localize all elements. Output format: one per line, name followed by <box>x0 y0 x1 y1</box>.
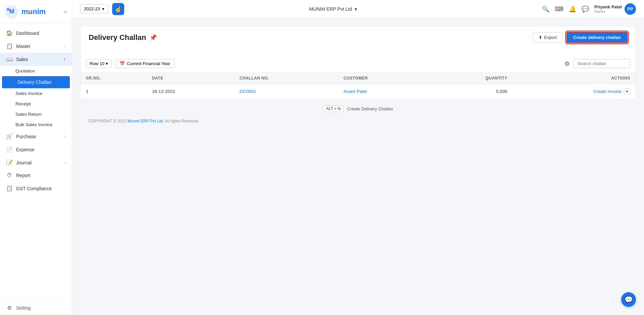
pin-icon[interactable]: 📌 <box>149 34 157 41</box>
topbar-left: 2022-23 ▾ ☝ <box>80 3 124 15</box>
sidebar-item-label: Delivery Challan <box>17 80 52 85</box>
svg-point-3 <box>7 9 9 10</box>
customer-link[interactable]: Anant Patel <box>343 89 367 94</box>
search-input[interactable] <box>573 59 630 68</box>
sidebar-logo: M munim ‹‹ <box>0 0 72 24</box>
table-row: 1 16-12-2022 DC0001 Anant Patel 5,000 Cr… <box>81 84 636 99</box>
user-info[interactable]: Priyank Patel Owner PP <box>594 3 636 15</box>
cell-challan-no: DC0001 <box>234 84 338 99</box>
chevron-right-icon: › <box>64 44 66 48</box>
col-challan-no: CHALLAN NO. <box>234 72 338 84</box>
export-button[interactable]: ⬆ Export <box>533 32 563 43</box>
sidebar-item-bulk-sales-invoice[interactable]: Bulk Sales Invoice <box>0 119 72 130</box>
sidebar-item-label: Dashboard <box>16 31 39 36</box>
sidebar-item-purchase[interactable]: 🛒 Purchase › <box>0 130 72 143</box>
challan-no-link[interactable]: DC0001 <box>239 89 256 94</box>
sidebar-item-label: Sales <box>16 57 28 62</box>
cell-quantity: 5,000 <box>428 84 513 99</box>
master-icon: 📋 <box>6 43 13 49</box>
sidebar-item-master[interactable]: 📋 Master › <box>0 40 72 53</box>
year-label: 2022-23 <box>84 6 100 11</box>
chevron-right-icon: › <box>64 135 66 139</box>
create-delivery-challan-button[interactable]: Create delivery challan <box>566 32 628 43</box>
toolbar-left: Row 10 ▾ 📅 Current Financial Year <box>86 59 175 68</box>
company-chevron-icon: ▾ <box>355 6 357 12</box>
page-header: Delivery Challan 📌 ⬆ Export Create deliv… <box>81 27 636 48</box>
col-sr-no: SR.NO. <box>81 72 147 84</box>
col-quantity: QUANTITY <box>428 72 513 84</box>
create-invoice-link[interactable]: Create Invoice <box>593 89 622 94</box>
row-selector[interactable]: Row 10 ▾ <box>86 59 112 68</box>
svg-text:M: M <box>9 8 14 15</box>
data-table: SR.NO. DATE CHALLAN NO. CUSTOMER QUANTIT… <box>81 72 636 99</box>
sidebar-item-sales-return[interactable]: Sales Return <box>0 109 72 119</box>
user-name: Priyank Patel <box>594 4 622 9</box>
row-label: Row 10 <box>90 61 104 66</box>
content-area: Delivery Challan 📌 ⬆ Export Create deliv… <box>72 18 644 315</box>
sidebar-item-dashboard[interactable]: 🏠 Dashboard <box>0 27 72 40</box>
collapse-sidebar-button[interactable]: ‹‹ <box>63 9 67 15</box>
sidebar-item-label: Journal <box>16 160 32 165</box>
chevron-right-icon: › <box>64 161 66 165</box>
date-filter-label: Current Financial Year <box>127 61 170 66</box>
logo-area: M munim <box>5 5 46 19</box>
sidebar-item-label: GST Compliance <box>16 186 52 191</box>
chevron-down-icon: ∨ <box>63 57 66 61</box>
topbar-right: 🔍 ⌨ 🔔 💬 Priyank Patel Owner PP <box>542 3 636 15</box>
journal-icon: 📝 <box>6 159 13 166</box>
sidebar-item-sales-invoice[interactable]: Sales Invoice <box>0 88 72 99</box>
cell-actions: Create Invoice ▾ <box>513 84 636 99</box>
report-icon: ⏱ <box>6 172 13 178</box>
sidebar-item-delivery-challan[interactable]: Delivery Challan <box>2 76 70 88</box>
keyboard-shortcut-hint: ALT + N Create Delivery Challan <box>80 99 636 115</box>
avatar: PP <box>625 3 636 15</box>
topbar-center: MUNIM ERP Pvt Ltd ▾ <box>309 6 357 12</box>
sidebar-item-quotation[interactable]: Quotation <box>0 66 72 76</box>
table-settings-icon[interactable]: ⚙ <box>564 60 570 67</box>
company-name: MUNIM ERP Pvt Ltd <box>309 6 352 12</box>
sidebar-item-label: Sales Invoice <box>15 91 42 96</box>
sidebar: M munim ‹‹ 🏠 Dashboard 📋 Master › 📖 S <box>0 0 72 315</box>
row-chevron-icon: ▾ <box>106 61 108 66</box>
year-selector[interactable]: 2022-23 ▾ <box>80 4 108 13</box>
page-title-area: Delivery Challan 📌 <box>89 33 157 42</box>
sidebar-item-gst-compliance[interactable]: 📋 GST Compliance <box>0 182 72 195</box>
touch-mode-button[interactable]: ☝ <box>112 3 124 15</box>
sidebar-item-label: Receipt <box>15 101 31 106</box>
col-actions: ACTIONS <box>513 72 636 84</box>
shortcut-label: Create Delivery Challan <box>347 106 393 111</box>
sidebar-nav: 🏠 Dashboard 📋 Master › 📖 Sales ∨ Quotati… <box>0 24 72 300</box>
expense-icon: 📄 <box>6 146 13 153</box>
sidebar-item-label: Purchase <box>16 134 36 139</box>
calendar-icon: 📅 <box>120 61 125 66</box>
sidebar-item-setting[interactable]: ⚙ Setting <box>0 300 72 315</box>
chat-icon[interactable]: 💬 <box>582 5 589 13</box>
search-icon[interactable]: 🔍 <box>542 5 549 13</box>
sidebar-item-label: Bulk Sales Invoice <box>15 122 52 127</box>
action-chevron-icon[interactable]: ▾ <box>624 88 630 95</box>
sidebar-item-label: Report <box>16 173 30 178</box>
gst-icon: 📋 <box>6 185 13 192</box>
cell-date: 16-12-2022 <box>147 84 234 99</box>
sidebar-item-receipt[interactable]: Receipt <box>0 99 72 109</box>
sidebar-item-label: Quotation <box>15 68 35 73</box>
dashboard-icon: 🏠 <box>6 30 13 36</box>
cell-sr: 1 <box>81 84 147 99</box>
sales-icon: 📖 <box>6 56 13 62</box>
page-title: Delivery Challan <box>89 33 146 42</box>
sidebar-item-expense[interactable]: 📄 Expense <box>0 143 72 156</box>
year-chevron-icon: ▾ <box>102 6 104 11</box>
date-filter[interactable]: 📅 Current Financial Year <box>115 59 175 68</box>
chat-support-button[interactable]: 💬 <box>621 292 636 307</box>
col-date: DATE <box>147 72 234 84</box>
topbar: 2022-23 ▾ ☝ MUNIM ERP Pvt Ltd ▾ 🔍 ⌨ 🔔 💬 … <box>72 0 644 18</box>
sidebar-item-report[interactable]: ⏱ Report <box>0 169 72 182</box>
actions-cell: Create Invoice ▾ <box>518 88 630 95</box>
sidebar-item-sales[interactable]: 📖 Sales ∨ <box>0 53 72 66</box>
export-icon: ⬆ <box>539 35 542 40</box>
purchase-icon: 🛒 <box>6 133 13 140</box>
company-link[interactable]: Munim ERP Pvt Ltd <box>128 119 163 123</box>
sidebar-item-journal[interactable]: 📝 Journal › <box>0 156 72 169</box>
notification-icon[interactable]: 🔔 <box>569 5 576 13</box>
keyboard-icon[interactable]: ⌨ <box>555 5 563 13</box>
